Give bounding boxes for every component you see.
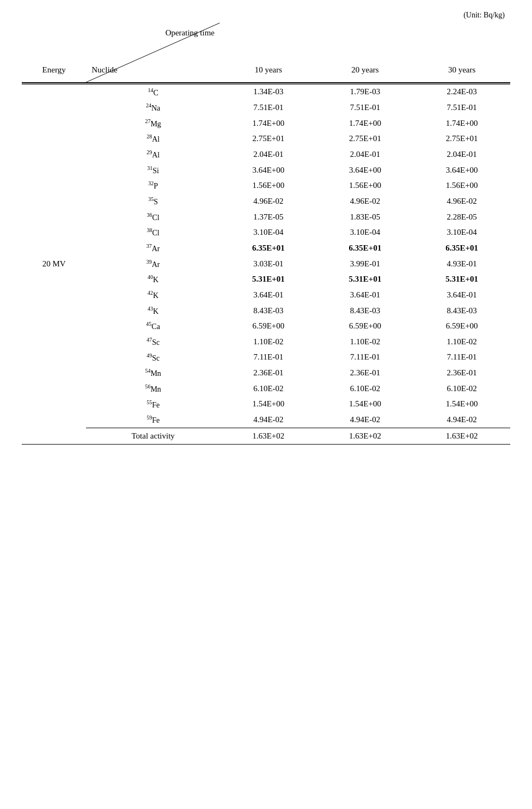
value-v20: 1.54E+00 (317, 397, 414, 412)
value-v10: 1.54E+00 (220, 397, 317, 412)
table-row: 47Sc1.10E-021.10E-021.10E-02 (22, 334, 510, 350)
value-v30: 4.93E-01 (413, 256, 510, 272)
nuclide-value: 42K (86, 287, 220, 303)
col-30y-header: 30 years (413, 23, 510, 83)
value-v30: 4.96E-02 (413, 193, 510, 209)
operating-time-text: Operating time (166, 28, 215, 37)
nuclide-value: 40K (86, 271, 220, 287)
total-label: Total activity (86, 428, 220, 444)
value-v20: 1.74E+00 (317, 115, 414, 131)
value-v30: 7.51E-01 (413, 100, 510, 115)
value-v10: 1.10E-02 (220, 334, 317, 350)
table-row: 20 MV14C1.34E-031.79E-032.24E-03 (22, 84, 510, 100)
value-v30: 3.10E-04 (413, 224, 510, 240)
main-table: Energy Operating time Nuclide 10 years (22, 23, 510, 445)
energy-header-label: Energy (42, 65, 66, 74)
value-v20: 4.96E-02 (317, 193, 414, 209)
value-v30: 2.36E-01 (413, 365, 510, 381)
table-row: 45Ca6.59E+006.59E+006.59E+00 (22, 318, 510, 334)
table-row: 40K5.31E+015.31E+015.31E+01 (22, 271, 510, 287)
table-row: 35S4.96E-024.96E-024.96E-02 (22, 193, 510, 209)
value-v30: 1.74E+00 (413, 115, 510, 131)
table-row: 39Ar3.03E-013.99E-014.93E-01 (22, 256, 510, 272)
value-v30: 7.11E-01 (413, 350, 510, 366)
value-v30: 8.43E-03 (413, 303, 510, 319)
value-v10: 7.51E-01 (220, 100, 317, 115)
nuclide-value: 47Sc (86, 334, 220, 350)
value-v30: 1.54E+00 (413, 397, 510, 412)
value-v10: 1.34E-03 (220, 84, 317, 100)
nuclide-value: 38Cl (86, 224, 220, 240)
value-v10: 6.10E-02 (220, 381, 317, 397)
value-v20: 3.64E+00 (317, 162, 414, 178)
nuclide-value: 43K (86, 303, 220, 319)
table-row: 29Al2.04E-012.04E-012.04E-01 (22, 147, 510, 162)
nuclide-text: Nuclide (91, 65, 117, 74)
total-row: Total activity1.63E+021.63E+021.63E+02 (22, 428, 510, 444)
nuclide-value: 55Fe (86, 397, 220, 412)
value-v30: 1.10E-02 (413, 334, 510, 350)
nuclide-value: 36Cl (86, 209, 220, 225)
nuclide-value: 27Mg (86, 115, 220, 131)
value-v30: 2.04E-01 (413, 147, 510, 162)
value-v10: 4.94E-02 (220, 412, 317, 428)
table-row: 38Cl3.10E-043.10E-043.10E-04 (22, 224, 510, 240)
table-row: 59Fe4.94E-024.94E-024.94E-02 (22, 412, 510, 428)
col-10y-header: 10 years (220, 23, 317, 83)
value-v20: 8.43E-03 (317, 303, 414, 319)
value-v10: 3.64E-01 (220, 287, 317, 303)
nuclide-value: 45Ca (86, 318, 220, 334)
value-v10: 3.64E+00 (220, 162, 317, 178)
nuclide-value: 32P (86, 178, 220, 193)
value-v20: 3.99E-01 (317, 256, 414, 272)
nuclide-value: 39Ar (86, 256, 220, 272)
value-v10: 1.56E+00 (220, 178, 317, 193)
value-v20: 3.10E-04 (317, 224, 414, 240)
table-row: 28Al2.75E+012.75E+012.75E+01 (22, 131, 510, 147)
nuclide-value: 28Al (86, 131, 220, 147)
value-v20: 1.56E+00 (317, 178, 414, 193)
nuclide-label: Nuclide (91, 65, 117, 75)
value-v30: 3.64E+00 (413, 162, 510, 178)
table-row: 56Mn6.10E-026.10E-026.10E-02 (22, 381, 510, 397)
total-v30: 1.63E+02 (413, 428, 510, 444)
header-row: Energy Operating time Nuclide 10 years (22, 23, 510, 83)
value-v30: 3.64E-01 (413, 287, 510, 303)
value-v10: 5.31E+01 (220, 271, 317, 287)
value-v20: 4.94E-02 (317, 412, 414, 428)
value-v30: 6.35E+01 (413, 240, 510, 256)
value-v20: 2.36E-01 (317, 365, 414, 381)
value-v20: 2.75E+01 (317, 131, 414, 147)
value-v20: 1.79E-03 (317, 84, 414, 100)
col-30y-label: 30 years (448, 65, 475, 74)
value-v10: 7.11E-01 (220, 350, 317, 366)
table-row: 49Sc7.11E-017.11E-017.11E-01 (22, 350, 510, 366)
value-v20: 7.11E-01 (317, 350, 414, 366)
col-20y-header: 20 years (317, 23, 414, 83)
value-v10: 3.03E-01 (220, 256, 317, 272)
value-v20: 1.83E-05 (317, 209, 414, 225)
nuclide-value: 37Ar (86, 240, 220, 256)
value-v20: 1.10E-02 (317, 334, 414, 350)
value-v30: 6.10E-02 (413, 381, 510, 397)
table-row: 37Ar6.35E+016.35E+016.35E+01 (22, 240, 510, 256)
value-v30: 6.59E+00 (413, 318, 510, 334)
value-v10: 4.96E-02 (220, 193, 317, 209)
nuclide-value: 54Mn (86, 365, 220, 381)
table-row: 24Na7.51E-017.51E-017.51E-01 (22, 100, 510, 115)
value-v10: 2.04E-01 (220, 147, 317, 162)
value-v20: 2.04E-01 (317, 147, 414, 162)
nuclide-value: 35S (86, 193, 220, 209)
diagonal-header-cell: Operating time Nuclide (86, 23, 220, 83)
total-v10: 1.63E+02 (220, 428, 317, 444)
total-v20: 1.63E+02 (317, 428, 414, 444)
nuclide-value: 14C (86, 84, 220, 100)
col-10y-label: 10 years (255, 65, 282, 74)
value-v30: 5.31E+01 (413, 271, 510, 287)
value-v30: 4.94E-02 (413, 412, 510, 428)
table-row: 31Si3.64E+003.64E+003.64E+00 (22, 162, 510, 178)
table-row: 55Fe1.54E+001.54E+001.54E+00 (22, 397, 510, 412)
value-v10: 6.35E+01 (220, 240, 317, 256)
energy-column-header: Energy (22, 23, 86, 83)
nuclide-value: 56Mn (86, 381, 220, 397)
